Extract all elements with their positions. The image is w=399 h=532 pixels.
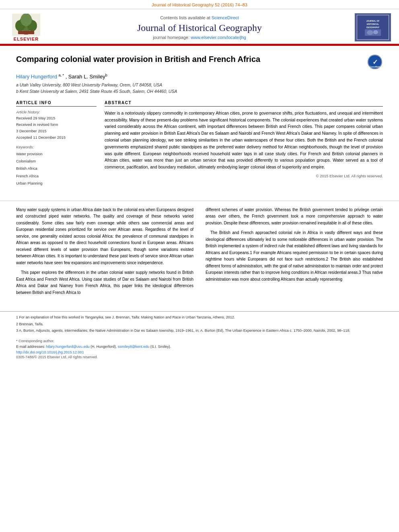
abstract-text: Water is a notoriously slippery commodit… xyxy=(105,110,383,170)
body-col1-p1: Many water supply systems in urban Afric… xyxy=(16,207,193,267)
svg-text:JOURNAL OF: JOURNAL OF xyxy=(366,20,379,22)
article-title-row: Comparing colonial water provision in Br… xyxy=(16,54,383,70)
article-history-label: Article history: xyxy=(16,110,97,114)
citation-text: Journal of Historical Geography 52 (2016… xyxy=(152,2,247,7)
body-col2-p1: different schemes of water provision. Wh… xyxy=(206,207,383,227)
svg-text:✓: ✓ xyxy=(372,59,378,66)
keyword-3: British Africa xyxy=(16,165,97,172)
affiliations: a Utah Valley University, 800 West Unive… xyxy=(16,82,383,95)
footnote-2: 2 Brennan, Taifa. xyxy=(16,322,383,327)
email2-link[interactable]: ssmiley8@kent.edu xyxy=(118,345,150,349)
footnotes-area: 1 For an explanation of how this worked … xyxy=(0,311,399,337)
body-col1-p2: This paper explores the differences in t… xyxy=(16,269,193,296)
accepted-date: Accepted 11 December 2015 xyxy=(16,134,97,141)
body-col-2: different schemes of water provision. Wh… xyxy=(206,207,383,300)
journal-homepage: journal homepage: www.elsevier.com/locat… xyxy=(44,35,355,40)
svg-text:GEOGRAPHY: GEOGRAPHY xyxy=(366,26,380,29)
email-line: E-mail addresses: hilary.hungerford@uvu.… xyxy=(16,345,383,349)
abstract-label: ABSTRACT xyxy=(105,101,383,107)
svg-point-13 xyxy=(373,30,378,34)
article-meta-section: ARTICLE INFO Article history: Received 2… xyxy=(16,101,383,191)
journal-title: Journal of Historical Geography xyxy=(44,23,355,33)
body-col2-p2: The British and French approached coloni… xyxy=(206,230,383,283)
body-two-col: Many water supply systems in urban Afric… xyxy=(16,207,383,300)
email1-name: (H. Hungerford), xyxy=(90,345,117,349)
sciencedirect-link: Contents lists available at ScienceDirec… xyxy=(44,15,355,20)
affiliation-b: b Kent State University at Salem, 2491 S… xyxy=(16,88,383,95)
footnote-1: 1 For an explanation of how this worked … xyxy=(16,315,383,320)
affiliation-a: a Utah Valley University, 800 West Unive… xyxy=(16,82,383,88)
elsevier-tree-image xyxy=(12,14,40,36)
elsevier-logo: ELSEVIER xyxy=(8,14,44,41)
keywords-list: Water provision Colonialism British Afri… xyxy=(16,150,97,187)
article-section: Comparing colonial water provision in Br… xyxy=(0,46,399,195)
keyword-1: Water provision xyxy=(16,150,97,158)
citation-bar: Journal of Historical Geography 52 (2016… xyxy=(0,0,399,9)
author2-sup: b xyxy=(105,73,107,77)
svg-rect-6 xyxy=(18,31,34,34)
keyword-2: Colonialism xyxy=(16,158,97,165)
crossmark-icon: ✓ CrossMark xyxy=(368,55,382,69)
bottom-footer: * Corresponding author. E-mail addresses… xyxy=(0,337,399,362)
svg-point-5 xyxy=(21,14,32,26)
author1-link[interactable]: Hilary Hungerford xyxy=(16,74,59,80)
article-info: ARTICLE INFO Article history: Received 2… xyxy=(16,101,97,191)
article-title: Comparing colonial water provision in Br… xyxy=(16,54,359,64)
doi-link[interactable]: http://dx.doi.org/10.1016/j.jhg.2015.12.… xyxy=(16,350,383,354)
article-history-block: Article history: Received 29 May 2015 Re… xyxy=(16,110,97,141)
authors-line: Hilary Hungerford a, * , Sarah L. Smiley… xyxy=(16,73,383,80)
crossmark: ✓ CrossMark xyxy=(367,54,383,70)
journal-logo-box: JOURNAL OF HISTORICAL GEOGRAPHY xyxy=(357,15,389,40)
copyright-line: © 2015 Elsevier Ltd. All rights reserved… xyxy=(105,174,383,178)
email-label: E-mail addresses: xyxy=(16,345,45,349)
keywords-block: Keywords: Water provision Colonialism Br… xyxy=(16,145,97,187)
homepage-link[interactable]: www.elsevier.com/locate/jhg xyxy=(191,35,246,40)
section-divider xyxy=(0,201,399,201)
journal-logo-right: JOURNAL OF HISTORICAL GEOGRAPHY xyxy=(355,13,391,41)
author1-sup: a, * xyxy=(59,73,64,77)
abstract-section: ABSTRACT Water is a notoriously slippery… xyxy=(105,101,383,191)
elsevier-brand-text: ELSEVIER xyxy=(14,37,39,41)
keywords-label: Keywords: xyxy=(16,145,97,149)
sciencedirect-anchor[interactable]: ScienceDirect xyxy=(212,15,239,20)
revised-label: Received in revised form xyxy=(16,121,97,128)
svg-text:HISTORICAL: HISTORICAL xyxy=(367,23,379,25)
email1-link[interactable]: hilary.hungerford@uvu.edu xyxy=(46,345,90,349)
article-history-dates: Received 29 May 2015 Received in revised… xyxy=(16,115,97,141)
body-section: Many water supply systems in urban Afric… xyxy=(0,207,399,308)
article-info-label: ARTICLE INFO xyxy=(16,101,97,107)
keyword-5: Urban Planning xyxy=(16,180,97,187)
received-date: Received 29 May 2015 xyxy=(16,115,97,121)
journal-center: Contents lists available at ScienceDirec… xyxy=(44,15,355,40)
email2-name: (S.I. Smiley). xyxy=(150,345,171,349)
footnote-3: 3 A. Burton, Adjuncts, agents, intermedi… xyxy=(16,328,383,334)
body-col-1: Many water supply systems in urban Afric… xyxy=(16,207,193,300)
corresponding-author-note: * Corresponding author. xyxy=(16,339,383,343)
svg-point-12 xyxy=(367,30,373,35)
issn-line: 0305-7488/© 2015 Elsevier Ltd. All right… xyxy=(16,355,383,359)
svg-text:CrossMark: CrossMark xyxy=(370,66,380,68)
revised-date: 3 December 2015 xyxy=(16,128,97,134)
journal-logo-text: JOURNAL OF HISTORICAL GEOGRAPHY xyxy=(359,16,387,39)
keyword-4: French Africa xyxy=(16,173,97,180)
journal-header: ELSEVIER Contents lists available at Sci… xyxy=(0,9,399,45)
